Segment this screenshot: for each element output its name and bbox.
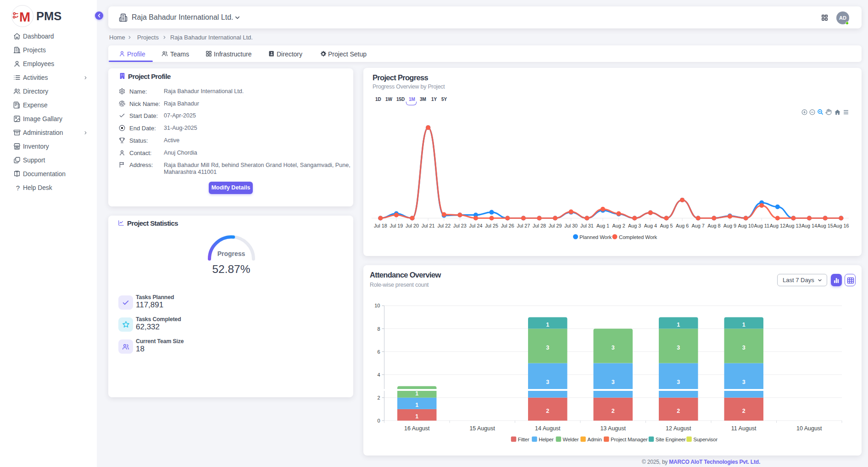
svg-text:1: 1 (742, 322, 746, 328)
svg-text:M: M (19, 10, 30, 24)
svg-text:Site Engineer: Site Engineer (656, 437, 686, 442)
svg-text:4: 4 (377, 372, 380, 378)
svg-text:Aug 7: Aug 7 (692, 223, 705, 228)
svg-text:Fitter: Fitter (518, 437, 529, 442)
svg-text:Aug 3: Aug 3 (628, 223, 641, 228)
svg-text:13 August: 13 August (600, 425, 626, 432)
svg-text:Jul 24: Jul 24 (469, 223, 483, 228)
svg-text:Jul 23: Jul 23 (453, 223, 467, 228)
svg-text:Jul 29: Jul 29 (549, 223, 562, 228)
svg-text:1: 1 (546, 322, 549, 328)
svg-text:Jul 21: Jul 21 (422, 223, 435, 228)
svg-text:Jul 22: Jul 22 (437, 223, 451, 228)
svg-text:Aug 12: Aug 12 (770, 223, 785, 228)
svg-text:3: 3 (546, 379, 549, 385)
svg-text:10 August: 10 August (796, 425, 822, 432)
svg-text:Completed Work: Completed Work (619, 234, 657, 240)
svg-text:Aug 9: Aug 9 (723, 223, 736, 228)
svg-text:Jul 30: Jul 30 (564, 223, 578, 228)
svg-text:Supervisor: Supervisor (693, 437, 718, 442)
svg-text:Aug 16: Aug 16 (833, 223, 849, 228)
svg-text:8: 8 (377, 326, 380, 332)
svg-text:3: 3 (612, 345, 615, 351)
svg-text:3: 3 (612, 379, 615, 385)
svg-text:1: 1 (415, 390, 418, 397)
svg-text:Project Manager: Project Manager (611, 437, 648, 442)
svg-text:Aug 4: Aug 4 (644, 223, 657, 228)
svg-text:Jul 26: Jul 26 (501, 223, 514, 228)
svg-text:Jul 19: Jul 19 (389, 223, 403, 228)
svg-text:16 August: 16 August (404, 425, 430, 432)
svg-text:15 August: 15 August (469, 425, 495, 432)
svg-text:Aug 15: Aug 15 (818, 223, 833, 228)
svg-text:Jul 20: Jul 20 (406, 223, 419, 228)
svg-text:Aug 6: Aug 6 (676, 223, 689, 228)
svg-text:Jul 31: Jul 31 (580, 223, 594, 228)
svg-text:3: 3 (742, 345, 746, 351)
svg-text:Aug 13: Aug 13 (785, 223, 801, 228)
svg-text:2: 2 (612, 408, 615, 414)
svg-text:2: 2 (377, 395, 380, 400)
svg-text:Jul 25: Jul 25 (485, 223, 498, 228)
svg-text:Aug 11: Aug 11 (754, 223, 769, 228)
svg-text:Planned Work: Planned Work (579, 234, 612, 240)
svg-text:2: 2 (546, 408, 549, 414)
svg-text:1: 1 (677, 322, 680, 328)
svg-text:2: 2 (677, 408, 680, 414)
svg-text:Aug 5: Aug 5 (660, 223, 673, 228)
svg-text:6: 6 (377, 349, 380, 355)
svg-text:Aug 2: Aug 2 (612, 223, 625, 228)
svg-text:Aug 8: Aug 8 (707, 223, 720, 228)
svg-text:11 August: 11 August (731, 425, 757, 432)
svg-text:1: 1 (415, 413, 418, 420)
svg-text:1: 1 (415, 402, 418, 408)
svg-text:Aug 10: Aug 10 (738, 223, 753, 228)
svg-text:Welder: Welder (563, 437, 579, 442)
svg-text:14 August: 14 August (535, 425, 561, 432)
svg-text:Aug 14: Aug 14 (801, 223, 817, 228)
svg-text:Admin: Admin (587, 437, 601, 442)
svg-text:Aug 1: Aug 1 (596, 223, 609, 228)
svg-text:Jul 18: Jul 18 (374, 223, 387, 228)
svg-text:2: 2 (742, 408, 746, 414)
svg-text:0: 0 (377, 418, 380, 423)
svg-text:12 August: 12 August (666, 425, 691, 432)
svg-text:3: 3 (546, 345, 549, 351)
svg-text:Helper: Helper (539, 437, 554, 442)
svg-text:Jul 27: Jul 27 (517, 223, 530, 228)
svg-text:3: 3 (677, 379, 680, 385)
svg-text:10: 10 (374, 303, 380, 308)
svg-text:Jul 28: Jul 28 (533, 223, 546, 228)
svg-text:3: 3 (742, 379, 746, 385)
svg-text:3: 3 (677, 345, 680, 351)
